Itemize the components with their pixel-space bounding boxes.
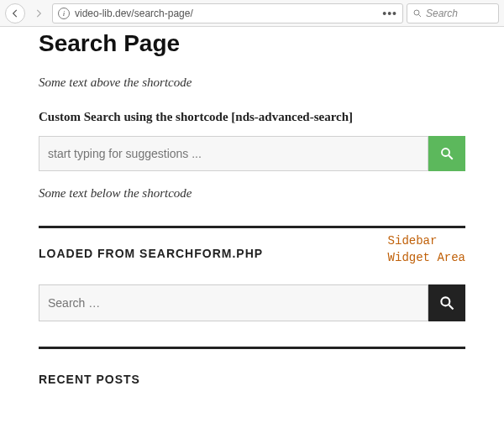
- page-title: Search Page: [39, 30, 465, 57]
- custom-search-button[interactable]: [428, 136, 465, 171]
- svg-line-1: [419, 14, 422, 17]
- wp-search-input[interactable]: [39, 284, 428, 321]
- wp-search-button[interactable]: [428, 284, 465, 321]
- search-icon: [412, 8, 423, 18]
- custom-search-input[interactable]: [39, 136, 428, 171]
- custom-search-form: [39, 136, 465, 171]
- svg-point-0: [414, 10, 419, 15]
- site-info-icon[interactable]: i: [58, 8, 70, 19]
- svg-point-4: [441, 298, 449, 306]
- back-button[interactable]: [5, 3, 25, 23]
- wp-search-form: [39, 284, 465, 321]
- page-content: Search Page Some text above the shortcod…: [0, 30, 504, 386]
- section-divider: [39, 226, 465, 228]
- url-bar[interactable]: i video-lib.dev/search-page/ •••: [52, 3, 403, 23]
- search-icon: [439, 146, 454, 161]
- browser-search-placeholder: Search: [426, 8, 458, 19]
- text-above-shortcode: Some text above the shortcode: [39, 76, 465, 90]
- browser-toolbar: i video-lib.dev/search-page/ ••• Search: [0, 0, 504, 27]
- browser-search-box[interactable]: Search: [407, 3, 499, 23]
- search-icon: [438, 295, 455, 311]
- svg-point-2: [442, 149, 449, 156]
- url-text: video-lib.dev/search-page/: [75, 8, 377, 19]
- custom-search-heading: Custom Search using the shortcode [nds-a…: [39, 110, 465, 124]
- forward-button[interactable]: [29, 3, 49, 23]
- svg-line-5: [449, 305, 454, 310]
- page-actions-icon[interactable]: •••: [382, 7, 397, 20]
- recent-posts-heading: RECENT POSTS: [39, 373, 465, 386]
- text-below-shortcode: Some text below the shortcode: [39, 186, 465, 201]
- section-divider: [39, 347, 465, 349]
- widget-area-label: Sidebar Widget Area: [388, 233, 465, 266]
- svg-line-3: [449, 155, 453, 159]
- searchform-heading: LOADED FROM SEARCHFORM.PHP: [39, 247, 263, 260]
